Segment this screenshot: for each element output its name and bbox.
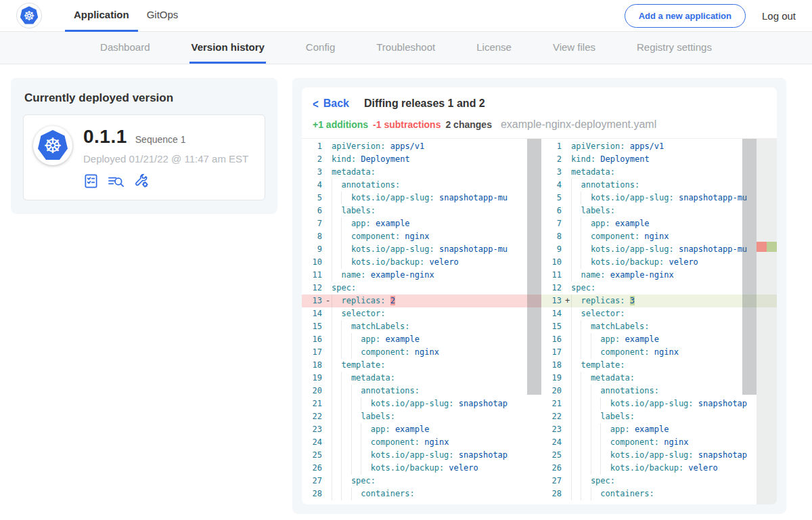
- indent-guide: [351, 436, 361, 449]
- indent-guide: [332, 192, 341, 204]
- code-line: 3metadata:: [302, 166, 541, 179]
- logout-button[interactable]: Log out: [762, 10, 796, 22]
- main-content: Currently deployed version ☸ 0.1.1 Seque…: [0, 64, 812, 514]
- indent-guide: [581, 436, 590, 449]
- indent-guide: [351, 449, 361, 462]
- indent-guide: [571, 217, 581, 230]
- diff-title: Diffing releases 1 and 2: [364, 98, 485, 110]
- code-line: 20annotations:: [541, 385, 777, 397]
- line-number: 7: [541, 217, 562, 230]
- subnav-item-license[interactable]: License: [475, 32, 513, 64]
- overview-ruler[interactable]: [757, 139, 777, 504]
- subnav-item-view-files[interactable]: View files: [551, 32, 597, 64]
- diff-marker-deletion: [757, 242, 767, 252]
- code-line: 11name: example-nginx: [302, 269, 541, 282]
- release-notes-icon[interactable]: [83, 173, 99, 189]
- tab-gitops[interactable]: GitOps: [138, 0, 187, 32]
- indent-guide: [332, 179, 341, 192]
- line-number: 21: [302, 397, 322, 410]
- indent-guide: [341, 256, 351, 269]
- line-number: 5: [541, 192, 562, 204]
- code-line: 5kots.io/app-slug: snapshotapp-mu: [302, 192, 541, 204]
- indent-guide: [332, 295, 341, 307]
- version-number: 0.1.1: [83, 126, 127, 148]
- subnav-item-config[interactable]: Config: [304, 32, 336, 64]
- indent-guide: [571, 320, 581, 333]
- indent-guide: [571, 475, 581, 488]
- kubernetes-logo[interactable]: ☸: [16, 3, 42, 28]
- indent-guide: [332, 397, 341, 410]
- line-number: 11: [302, 269, 322, 282]
- indent-guide: [571, 192, 581, 204]
- indent-guide: [571, 346, 581, 359]
- code-line: 21kots.io/app-slug: snapshotap: [541, 397, 777, 410]
- indent-guide: [351, 410, 361, 423]
- line-number: 4: [541, 179, 562, 192]
- additions-count: +1 additions: [313, 119, 368, 130]
- code-line: 21kots.io/app-slug: snapshotap: [302, 397, 541, 410]
- indent-guide: [591, 423, 600, 436]
- indent-guide: [591, 346, 600, 359]
- diff-right-pane: 1apiVersion: apps/v12kind: Deployment3me…: [541, 139, 777, 504]
- indent-guide: [571, 372, 581, 385]
- line-number: 2: [302, 153, 322, 166]
- indent-guide: [571, 385, 581, 397]
- deployed-card-title: Currently deployed version: [24, 91, 265, 105]
- code-line: 2kind: Deployment: [302, 153, 541, 166]
- line-number: 25: [541, 449, 562, 462]
- deployed-version-card: Currently deployed version ☸ 0.1.1 Seque…: [11, 78, 277, 214]
- line-number: 8: [541, 230, 562, 243]
- back-link[interactable]: < Back: [313, 98, 349, 110]
- scrollbar-thumb[interactable]: [527, 139, 541, 395]
- sequence-label: Sequence 1: [135, 134, 186, 145]
- line-number: 14: [541, 307, 562, 320]
- line-number: 17: [302, 346, 322, 359]
- code-line: 24component: nginx: [302, 436, 541, 449]
- indent-guide: [341, 475, 351, 488]
- indent-guide: [332, 243, 341, 256]
- indent-guide: [581, 256, 590, 269]
- code-line: 23app: example: [302, 423, 541, 436]
- subnav-item-version-history[interactable]: Version history: [189, 32, 265, 64]
- scrollbar-thumb[interactable]: [742, 139, 757, 395]
- code-line: 1apiVersion: apps/v1: [302, 140, 541, 153]
- indent-guide: [571, 269, 581, 282]
- code-line: 17component: nginx: [541, 346, 777, 359]
- indent-guide: [581, 462, 590, 475]
- indent-guide: [341, 230, 351, 243]
- indent-guide: [571, 179, 581, 192]
- indent-guide: [591, 385, 600, 397]
- tab-application[interactable]: Application: [65, 0, 138, 32]
- code-line: 3metadata:: [541, 166, 777, 179]
- code-line: 7app: example: [302, 217, 541, 230]
- indent-guide: [571, 256, 581, 269]
- code-line: 10kots.io/backup: velero: [541, 256, 777, 269]
- code-line: 15matchLabels:: [302, 320, 541, 333]
- code-line: 14selector:: [541, 307, 777, 320]
- code-line: 19metadata:: [302, 372, 541, 385]
- code-line: 12spec:: [541, 282, 777, 295]
- indent-guide: [571, 488, 581, 500]
- diff-panel: < Back Diffing releases 1 and 2 +1 addit…: [302, 87, 777, 504]
- edit-config-icon[interactable]: [133, 173, 150, 189]
- subnav-item-troubleshoot[interactable]: Troubleshoot: [375, 32, 436, 64]
- subnav-item-dashboard[interactable]: Dashboard: [99, 32, 151, 64]
- indent-guide: [341, 217, 351, 230]
- line-number: 11: [541, 269, 562, 282]
- indent-guide: [581, 333, 590, 346]
- diff-editor: 1apiVersion: apps/v12kind: Deployment3me…: [302, 138, 777, 504]
- add-application-button[interactable]: Add a new application: [625, 4, 746, 28]
- indent-guide: [581, 449, 590, 462]
- indent-guide: [361, 449, 370, 462]
- subnav-item-registry-settings[interactable]: Registry settings: [635, 32, 713, 64]
- indent-guide: [571, 423, 581, 436]
- indent-guide: [332, 333, 341, 346]
- indent-guide: [600, 397, 610, 410]
- code-line: 22labels:: [302, 410, 541, 423]
- code-line: 13-replicas: 2: [302, 295, 541, 307]
- view-logs-icon[interactable]: [107, 173, 125, 189]
- subtractions-count: -1 subtractions: [373, 119, 441, 130]
- indent-guide: [591, 397, 600, 410]
- indent-guide: [581, 346, 590, 359]
- line-number: 8: [302, 230, 322, 243]
